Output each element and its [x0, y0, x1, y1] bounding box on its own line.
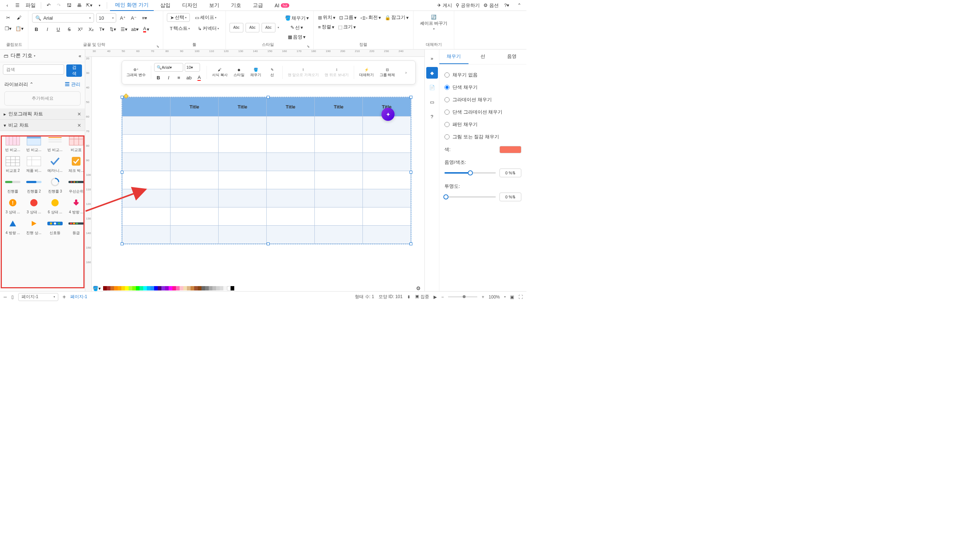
more-float-icon[interactable]: › — [399, 69, 413, 76]
palette-swatch[interactable] — [187, 286, 190, 290]
shape-item[interactable]: 진행 상... — [24, 217, 44, 236]
shrink-font-icon[interactable]: A⁻ — [129, 13, 138, 22]
selection-handle[interactable] — [410, 96, 412, 99]
tab-insert[interactable]: 삽입 — [155, 0, 176, 11]
zoom-in-icon[interactable]: + — [482, 295, 484, 299]
font-expand-icon[interactable]: ⬊ — [156, 45, 159, 48]
shade-value-input[interactable]: 0 % ⇅ — [500, 169, 521, 177]
zoom-out-icon[interactable]: − — [441, 295, 444, 299]
connector-tool[interactable]: ↳ 커넥터 ▾ — [195, 24, 222, 33]
style-preset-3[interactable]: Abc — [262, 23, 275, 32]
tab-view[interactable]: 보기 — [204, 0, 224, 11]
shadow-tab[interactable]: 음영 — [497, 49, 527, 64]
gradient-fill-option[interactable]: 그라데이션 채우기 — [444, 94, 521, 106]
palette-swatch[interactable] — [132, 286, 136, 290]
palette-swatch[interactable] — [190, 286, 194, 290]
redo-icon[interactable]: ↷ — [54, 1, 63, 10]
shape-item[interactable]: 제품 비... — [24, 155, 44, 174]
float-bold-icon[interactable]: B — [154, 73, 163, 82]
palette-swatch[interactable] — [150, 286, 154, 290]
palette-swatch[interactable] — [172, 286, 176, 290]
palette-swatch[interactable] — [183, 286, 187, 290]
replace-button[interactable]: ⚡대체하기 — [357, 66, 376, 79]
shape-item[interactable]: 4 방향 ... — [66, 196, 85, 215]
tab-design[interactable]: 디자인 — [177, 0, 203, 11]
category-comparison[interactable]: ▾비교 차트 ✕ — [0, 120, 85, 131]
lock-tool[interactable]: 🔒 잠그기▾ — [384, 13, 410, 22]
float-case-icon[interactable]: ab — [185, 73, 193, 82]
ungroup-button[interactable]: ⊟그룹 해제 — [377, 66, 397, 79]
palette-swatch[interactable] — [147, 286, 150, 290]
group-tool[interactable]: ⊡ 그룹▾ — [338, 13, 358, 22]
layout-tab-icon[interactable]: ▭ — [426, 96, 438, 108]
expand-right-icon[interactable]: » — [426, 53, 438, 64]
add-page-icon[interactable]: + — [63, 294, 66, 300]
palette-swatch[interactable] — [103, 286, 107, 290]
collapse-icon[interactable]: ⌃ — [515, 1, 524, 10]
undo-icon[interactable]: ↶ — [44, 1, 53, 10]
shape-item[interactable]: 3 상태 ... — [24, 196, 44, 215]
selection-handle[interactable] — [267, 96, 270, 99]
palette-swatch[interactable] — [223, 286, 227, 290]
underline-icon[interactable]: U — [54, 25, 63, 33]
shape-item[interactable]: 6 상태 ... — [45, 196, 65, 215]
font-size-select[interactable]: 10▾ — [96, 13, 116, 22]
palette-swatch[interactable] — [209, 286, 212, 290]
save-icon[interactable]: 🖫 — [64, 1, 73, 10]
paste-icon[interactable]: 📋▾ — [14, 24, 24, 33]
options-button[interactable]: ⚙ 옵션 — [484, 2, 499, 9]
format-painter-icon[interactable]: 🖌 — [14, 13, 23, 22]
palette-swatch[interactable] — [110, 286, 114, 290]
focus-button[interactable]: ▣ 집중 — [415, 294, 429, 300]
palette-swatch[interactable] — [136, 286, 139, 290]
search-input[interactable] — [3, 64, 64, 75]
palette-swatch[interactable] — [165, 286, 169, 290]
fill-button[interactable]: 🪣채우기 — [248, 66, 263, 79]
palette-swatch[interactable] — [107, 286, 110, 290]
fill-tab[interactable]: 채우기 — [439, 49, 469, 64]
canvas-area[interactable]: 3040506070809010011012013014015016017018… — [85, 49, 425, 291]
table-header[interactable]: Title — [219, 97, 267, 116]
grow-font-icon[interactable]: A⁺ — [118, 13, 127, 22]
select-tool[interactable]: ➤ 선택 ▾ — [167, 13, 190, 22]
fit-page-icon[interactable]: ▣ — [510, 295, 514, 299]
palette-swatch[interactable] — [161, 286, 165, 290]
replace-shape-button[interactable]: 🔄셰이프 바꾸기▾ — [417, 13, 450, 32]
float-align-icon[interactable]: ≡ — [174, 73, 183, 82]
selected-table[interactable]: Title Title Title Title Title — [122, 97, 411, 244]
shape-item[interactable]: 진행률 2 — [24, 175, 44, 195]
position-tool[interactable]: ⊞ 위치▾ — [317, 13, 336, 22]
selection-handle[interactable] — [267, 242, 270, 245]
help-tab-icon[interactable]: ? — [426, 111, 438, 122]
font-color-icon[interactable]: A▾ — [142, 25, 150, 33]
pattern-fill-option[interactable]: 패턴 채우기 — [444, 118, 521, 131]
text-case-icon[interactable]: ab▾ — [131, 25, 139, 33]
format-copy-button[interactable]: 🖌서식 복사 — [210, 66, 230, 79]
palette-swatch[interactable] — [205, 286, 209, 290]
color-picker[interactable] — [500, 146, 521, 153]
strike-icon[interactable]: S̶ — [65, 25, 73, 33]
selection-handle[interactable] — [121, 242, 123, 245]
shape-item[interactable]: 비교표 2 — [3, 155, 22, 174]
left-panel-title[interactable]: 다른 기호 ▾ — [11, 53, 77, 59]
library-label[interactable]: 라이브러리 ⌃ — [4, 81, 34, 88]
shape-item[interactable]: 4 방향 ... — [3, 217, 22, 236]
palette-swatch[interactable] — [198, 286, 201, 290]
shape-item[interactable]: 우선순위 — [66, 175, 85, 195]
size-tool[interactable]: ⬚ 크기▾ — [337, 22, 357, 31]
help-icon[interactable]: ?▾ — [503, 1, 511, 10]
share-button[interactable]: ⚲ 공유하기 — [456, 2, 480, 9]
clear-format-icon[interactable]: T▾ — [97, 25, 106, 33]
tab-symbol[interactable]: 기호 — [226, 0, 246, 11]
add-hint[interactable]: 추가하세요 — [4, 91, 80, 105]
align-text-icon[interactable]: ≡▾ — [140, 13, 149, 22]
shape-item[interactable]: 빈 비교... — [3, 134, 22, 153]
bucket-icon[interactable]: 🪣▾ — [93, 286, 101, 291]
selection-handle[interactable] — [121, 171, 123, 174]
tab-ai[interactable]: AIhot — [270, 0, 294, 11]
table-header[interactable]: Title — [267, 97, 315, 116]
palette-swatch[interactable] — [216, 286, 220, 290]
picture-fill-option[interactable]: 그림 또는 질감 채우기 — [444, 131, 521, 143]
shape-item[interactable]: 진행률 3 — [45, 175, 65, 195]
palette-swatch[interactable] — [180, 286, 183, 290]
